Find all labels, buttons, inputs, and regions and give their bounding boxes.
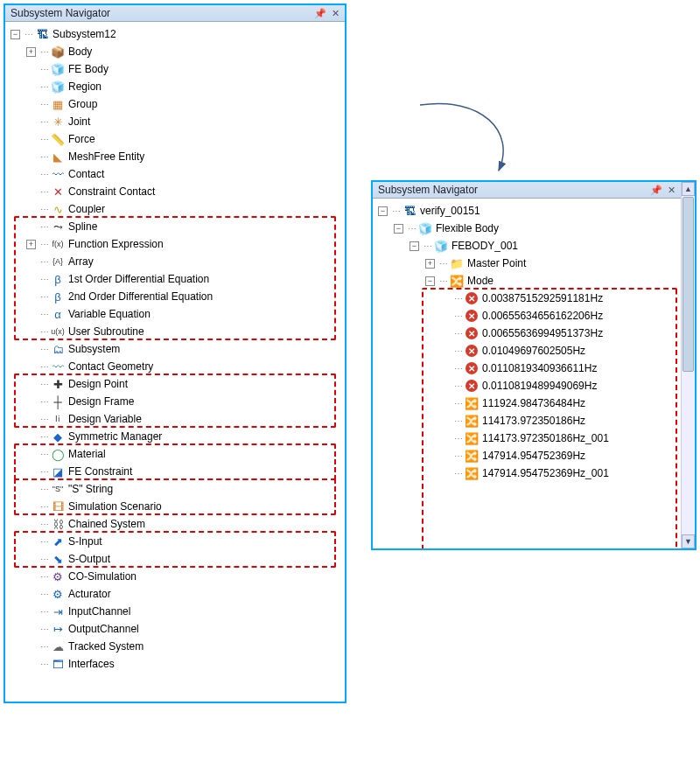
mode-item[interactable]: ⋯✕0.00655636994951373Hz — [376, 325, 677, 342]
tree-item[interactable]: ⋯⇥InputChannel — [9, 603, 341, 620]
tree-item[interactable]: ⋯"S""S" String — [9, 480, 341, 498]
tree-item[interactable]: ⋯⚙CO-Simulation — [9, 568, 341, 585]
tree-item[interactable]: ⋯✳Joint — [9, 113, 341, 130]
item-icon: 〰 — [51, 167, 65, 181]
tree-item[interactable]: ⋯🧊FE Body — [9, 60, 341, 78]
tree-item[interactable]: + ⋯ 📁 Master Point — [376, 255, 677, 272]
error-icon-wrap: ✕ — [465, 344, 479, 358]
item-label: FE Body — [68, 63, 108, 75]
tree-item[interactable]: ⋯u(x)User Subroutine — [9, 323, 341, 340]
tree-item[interactable]: ⋯〰Contact — [9, 165, 341, 183]
tree-item[interactable]: ⋯☁Tracked System — [9, 638, 341, 655]
tree-item[interactable]: ⋯🗂Subsystem — [9, 340, 341, 358]
tree-item[interactable]: ⋯┼Design Frame — [9, 393, 341, 410]
tree-connector: ⋯ — [39, 100, 49, 109]
error-icon: ✕ — [466, 362, 478, 374]
tree-item[interactable]: ⋯⛓Chained System — [9, 515, 341, 533]
pin-icon[interactable]: 📌 — [314, 8, 326, 19]
tree-item[interactable]: ⋯{A}Array — [9, 253, 341, 270]
tree-item[interactable]: − ⋯ 🧊 FEBODY_001 — [376, 237, 677, 255]
tree-item[interactable]: − ⋯ 🧊 Flexible Body — [376, 220, 677, 237]
tree-item[interactable]: ⋯◯Material — [9, 445, 341, 463]
tree-connector: ⋯ — [39, 310, 49, 319]
mode-item[interactable]: ⋯✕0.0110819489949069Hz — [376, 377, 677, 394]
expand-icon[interactable]: + — [425, 259, 435, 269]
mode-item[interactable]: ⋯✕0.00387515292591181Hz — [376, 290, 677, 307]
tree-item[interactable]: +⋯📦Body — [9, 43, 341, 60]
item-label: Group — [68, 98, 97, 110]
item-icon: ⬊ — [51, 552, 65, 566]
item-icon: ◯ — [51, 447, 65, 461]
item-icon: ↦ — [51, 622, 65, 636]
tree-item[interactable]: ⋯📏Force — [9, 130, 341, 148]
tree-root[interactable]: − ⋯ 🏗 verify_00151 — [376, 202, 677, 220]
mode-item[interactable]: ⋯🔀114173.972350186Hz_001 — [376, 429, 677, 447]
tree-item[interactable]: ⋯✕Constraint Contact — [9, 183, 341, 200]
item-label: Force — [68, 133, 95, 145]
tree-item[interactable]: ⋯◪FE Constraint — [9, 463, 341, 480]
mode-item[interactable]: ⋯🔀114173.972350186Hz — [376, 412, 677, 429]
item-icon: ⛓ — [51, 517, 65, 531]
close-icon[interactable]: ✕ — [668, 185, 676, 196]
collapse-icon[interactable]: − — [410, 241, 419, 251]
scroll-thumb[interactable] — [682, 197, 694, 372]
item-label: CO-Simulation — [68, 570, 136, 583]
item-label: Design Variable — [68, 413, 142, 425]
item-label: Subsystem — [68, 343, 120, 355]
tree-item[interactable]: ⋯β1st Order Differential Equation — [9, 270, 341, 288]
mode-label: 111924.984736484Hz — [482, 397, 585, 409]
item-label: Spline — [68, 220, 97, 233]
toggle-placeholder — [26, 257, 36, 267]
item-icon: ▦ — [51, 97, 65, 111]
mode-item[interactable]: ⋯✕0.00655634656162206Hz — [376, 307, 677, 325]
tree-item[interactable]: ⋯◆Symmetric Manager — [9, 428, 341, 445]
tree-item[interactable]: ⋯🎞Simulation Scenario — [9, 498, 341, 515]
expand-icon[interactable]: + — [26, 47, 36, 57]
tree-root[interactable]: − ⋯ 🏗 Subsystem12 — [9, 25, 341, 43]
mode-item[interactable]: ⋯✕0.01049697602505Hz — [376, 342, 677, 360]
tree-item[interactable]: ⋯🧊Region — [9, 78, 341, 95]
collapse-icon[interactable]: − — [378, 206, 388, 216]
close-icon[interactable]: ✕ — [332, 8, 340, 19]
tree-item[interactable]: ⋯⬈S-Input — [9, 533, 341, 550]
tree-item[interactable]: ⋯◣MeshFree Entity — [9, 148, 341, 165]
tree-connector: ⋯ — [39, 240, 49, 249]
tree-item[interactable]: ⋯β2nd Order Differential Equation — [9, 288, 341, 305]
root-label: verify_00151 — [420, 205, 480, 217]
tree-item[interactable]: ⋯⚙Acturator — [9, 585, 341, 603]
collapse-icon[interactable]: − — [425, 276, 435, 286]
item-label: 2nd Order Differential Equation — [68, 290, 213, 303]
subsystem-icon: 🏗 — [402, 204, 416, 218]
tree-connector: ⋯ — [453, 416, 463, 426]
mode-item[interactable]: ⋯🔀147914.954752369Hz — [376, 447, 677, 464]
mode-item[interactable]: ⋯🔀147914.954752369Hz_001 — [376, 464, 677, 482]
tree-connector: ⋯ — [39, 152, 49, 162]
tree-connector: ⋯ — [39, 327, 49, 337]
mode-item[interactable]: ⋯🔀111924.984736484Hz — [376, 394, 677, 412]
tree-item[interactable]: ⋯〰Contact Geometry — [9, 358, 341, 375]
tree-item[interactable]: ⋯🗔Interfaces — [9, 655, 341, 673]
collapse-icon[interactable]: − — [10, 30, 20, 39]
tree-item[interactable]: ⋯▦Group — [9, 95, 341, 113]
scroll-up-icon[interactable]: ▲ — [682, 182, 695, 196]
expand-icon[interactable]: + — [26, 240, 36, 249]
tree-item[interactable]: ⋯∿Coupler — [9, 200, 341, 218]
item-icon: ◆ — [51, 429, 65, 443]
collapse-icon[interactable]: − — [394, 224, 403, 234]
tree-connector: ⋯ — [453, 294, 463, 304]
tree-item[interactable]: ⋯⤳Spline — [9, 218, 341, 235]
pin-icon[interactable]: 📌 — [650, 185, 662, 196]
tree-item[interactable]: ⋯✚Design Point — [9, 375, 341, 393]
tree-item[interactable]: ⋯⬊S-Output — [9, 550, 341, 568]
tree-item[interactable]: − ⋯ 🔀 Mode — [376, 272, 677, 290]
mode-item[interactable]: ⋯✕0.0110819340936611Hz — [376, 360, 677, 377]
item-icon: ◣ — [51, 150, 65, 164]
scrollbar[interactable]: ▲ ▼ — [681, 182, 695, 548]
tree-item[interactable]: ⋯αVariable Equation — [9, 305, 341, 323]
tree-connector: ⋯ — [39, 432, 49, 442]
tree-connector: ⋯ — [39, 345, 49, 354]
tree-item[interactable]: +⋯f(x)Function Expression — [9, 235, 341, 253]
tree-item[interactable]: ⋯↦OutputChannel — [9, 620, 341, 638]
tree-item[interactable]: ⋯ⅠⅰDesign Variable — [9, 410, 341, 428]
scroll-down-icon[interactable]: ▼ — [682, 534, 695, 548]
